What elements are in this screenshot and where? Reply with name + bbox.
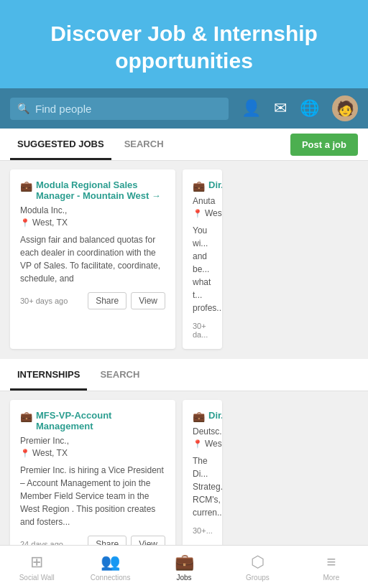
nav-item-jobs[interactable]: 💼 Jobs [147, 546, 221, 588]
main-content: SUGGESTED JOBS SEARCH Post a job 💼 Modul… [0, 129, 368, 569]
internship-title-0: 💼 MFS-VP-Account Management [20, 410, 165, 431]
more-label: More [323, 574, 339, 582]
jobs-cards-row: 💼 Modula Regional Sales Manager - Mounta… [0, 161, 368, 355]
internship-footer-1: 30+... [193, 526, 212, 535]
internship-title-text-0: MFS-VP-Account Management [36, 410, 165, 431]
briefcase-icon-1: 💼 [193, 180, 205, 192]
job-location-text-1: Wes... [205, 208, 222, 218]
nav-item-connections[interactable]: 👥 Connections [73, 546, 147, 588]
internship-briefcase-icon-1: 💼 [193, 411, 205, 422]
job-company-1: Anuta [193, 196, 212, 206]
share-button-0[interactable]: Share [88, 292, 126, 309]
view-button-0[interactable]: View [131, 292, 165, 309]
internship-location-1: 📍 Wes... [193, 439, 212, 449]
job-time-1: 30+ da... [193, 322, 212, 339]
tab-internships[interactable]: INTERNSHIPS [10, 359, 87, 391]
connections-label: Connections [91, 574, 131, 582]
more-icon: ≡ [326, 553, 336, 571]
job-footer-1: 30+ da... [193, 322, 212, 339]
globe-icon[interactable]: 🌐 [300, 99, 319, 118]
internship-location-0: 📍 West, TX [20, 448, 165, 458]
search-input-wrap[interactable]: 🔍 Find people [10, 98, 229, 120]
job-footer-0: 30+ days ago Share View [20, 292, 165, 309]
briefcase-icon-0: 💼 [20, 180, 32, 192]
job-location-1: 📍 Wes... [193, 208, 212, 218]
jobs-tabs: SUGGESTED JOBS SEARCH Post a job [0, 129, 368, 161]
internships-tabs: INTERNSHIPS SEARCH [0, 359, 368, 391]
tab-suggested-jobs[interactable]: SUGGESTED JOBS [10, 129, 111, 160]
job-card-0: 💼 Modula Regional Sales Manager - Mounta… [10, 169, 175, 349]
jobs-icon: 💼 [175, 553, 194, 571]
job-location-0: 📍 West, TX [20, 218, 165, 228]
internship-company-1: Deutsc... [193, 426, 212, 437]
internship-company-0: Premier Inc., [20, 436, 165, 446]
nav-item-social-wall[interactable]: ⊞ Social Wall [0, 546, 73, 588]
job-card-1: 💼 Dir... Anuta 📍 Wes... You wi... and be… [183, 169, 222, 349]
social-wall-label: Social Wall [19, 574, 55, 582]
internships-cards-row: 💼 MFS-VP-Account Management Premier Inc.… [0, 391, 368, 569]
job-title-text-1: Dir... [208, 179, 222, 190]
search-icon: 🔍 [17, 103, 29, 114]
jobs-label: Jobs [176, 574, 191, 582]
social-wall-icon: ⊞ [30, 553, 43, 571]
pin-icon-0: 📍 [20, 218, 30, 228]
internship-description-0: Premier Inc. is hiring a Vice President … [20, 464, 165, 528]
tab-search-internships[interactable]: SEARCH [93, 359, 147, 391]
hero-title: Discover Job & Internship opportunities [14, 20, 354, 74]
people-icon[interactable]: 👤 [242, 99, 261, 118]
internship-time-1: 30+... [193, 526, 213, 535]
post-job-button[interactable]: Post a job [290, 134, 358, 156]
connections-icon: 👥 [101, 553, 120, 571]
internship-location-text-1: Wes... [205, 439, 222, 449]
internship-title-text-1: Dir... [208, 410, 222, 421]
job-description-1: You wi... and be... what t... profes... [193, 224, 212, 314]
job-company-0: Modula Inc., [20, 205, 165, 215]
job-title-1: 💼 Dir... [193, 179, 212, 192]
nav-item-more[interactable]: ≡ More [295, 546, 368, 588]
job-title-text-0: Modula Regional Sales Manager - Mountain… [36, 179, 165, 201]
groups-label: Groups [246, 574, 270, 582]
internship-description-1: The Di... Strateg... RCM's, curren... [193, 454, 212, 519]
internship-card-0: 💼 MFS-VP-Account Management Premier Inc.… [10, 400, 175, 563]
hero-section: Discover Job & Internship opportunities [0, 0, 368, 88]
avatar[interactable]: 🧑 [332, 95, 358, 121]
job-time-0: 30+ days ago [20, 297, 83, 305]
bottom-nav: ⊞ Social Wall 👥 Connections 💼 Jobs ⬡ Gro… [0, 545, 368, 588]
internship-pin-icon-0: 📍 [20, 449, 30, 458]
internship-title-1: 💼 Dir... [193, 410, 212, 422]
job-location-text-0: West, TX [32, 218, 68, 228]
internship-pin-icon-1: 📍 [193, 439, 203, 449]
internship-card-1: 💼 Dir... Deutsc... 📍 Wes... The Di... St… [183, 400, 222, 563]
avatar-image: 🧑 [336, 100, 354, 117]
groups-icon: ⬡ [251, 553, 264, 571]
job-title-0: 💼 Modula Regional Sales Manager - Mounta… [20, 179, 165, 201]
job-description-0: Assign fair and balanced quotas for each… [20, 233, 165, 285]
nav-item-groups[interactable]: ⬡ Groups [221, 546, 294, 588]
search-bar: 🔍 Find people 👤 ✉ 🌐 🧑 [0, 88, 368, 129]
mail-icon[interactable]: ✉ [274, 99, 287, 118]
tab-search-jobs[interactable]: SEARCH [117, 129, 171, 160]
internship-briefcase-icon-0: 💼 [20, 411, 32, 422]
pin-icon-1: 📍 [193, 209, 203, 218]
internship-location-text-0: West, TX [32, 448, 68, 458]
search-placeholder: Find people [35, 103, 91, 115]
